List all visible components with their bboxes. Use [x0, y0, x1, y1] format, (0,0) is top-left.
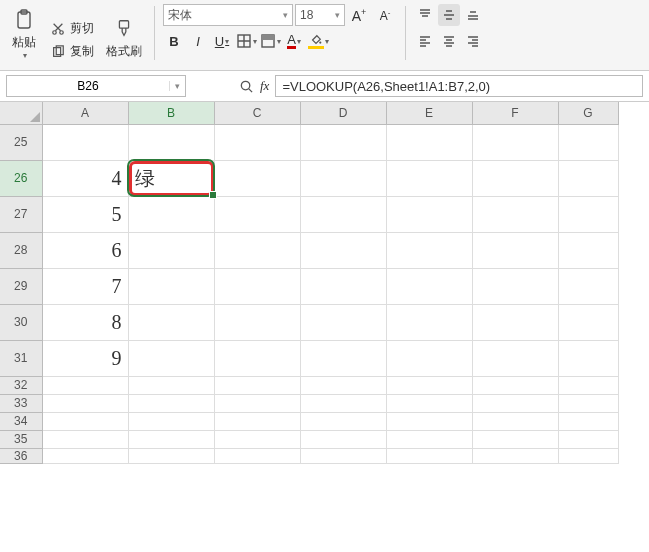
cell-C34[interactable] — [214, 412, 300, 430]
cell-D35[interactable] — [300, 430, 386, 448]
cell-E31[interactable] — [386, 340, 472, 376]
cell-A25[interactable] — [42, 124, 128, 160]
cell-G32[interactable] — [558, 376, 618, 394]
cell-B25[interactable] — [128, 124, 214, 160]
cell-G26[interactable] — [558, 160, 618, 196]
cell-C32[interactable] — [214, 376, 300, 394]
name-box[interactable]: ▾ — [6, 75, 186, 97]
row-header-30[interactable]: 30 — [0, 304, 42, 340]
cell-C26[interactable] — [214, 160, 300, 196]
cell-D30[interactable] — [300, 304, 386, 340]
cell-E36[interactable] — [386, 448, 472, 463]
align-middle-button[interactable] — [438, 4, 460, 26]
column-header-C[interactable]: C — [214, 102, 300, 124]
cell-B29[interactable] — [128, 268, 214, 304]
bold-button[interactable]: B — [163, 30, 185, 52]
cell-G36[interactable] — [558, 448, 618, 463]
fx-icon[interactable]: fx — [260, 78, 269, 94]
border-button[interactable]: ▾ — [235, 30, 257, 52]
cell-D33[interactable] — [300, 394, 386, 412]
select-all-corner[interactable] — [0, 102, 42, 124]
cell-G25[interactable] — [558, 124, 618, 160]
cell-A26[interactable]: 4 — [42, 160, 128, 196]
cell-E34[interactable] — [386, 412, 472, 430]
row-header-29[interactable]: 29 — [0, 268, 42, 304]
decrease-font-button[interactable]: A- — [373, 4, 397, 26]
cell-F33[interactable] — [472, 394, 558, 412]
cell-C33[interactable] — [214, 394, 300, 412]
cell-E26[interactable] — [386, 160, 472, 196]
cell-D34[interactable] — [300, 412, 386, 430]
cell-F27[interactable] — [472, 196, 558, 232]
cell-C31[interactable] — [214, 340, 300, 376]
cell-E32[interactable] — [386, 376, 472, 394]
cell-A35[interactable] — [42, 430, 128, 448]
cell-F32[interactable] — [472, 376, 558, 394]
cell-D36[interactable] — [300, 448, 386, 463]
align-center-button[interactable] — [438, 30, 460, 52]
cell-E29[interactable] — [386, 268, 472, 304]
cell-C35[interactable] — [214, 430, 300, 448]
cell-F36[interactable] — [472, 448, 558, 463]
cell-B36[interactable] — [128, 448, 214, 463]
cell-B30[interactable] — [128, 304, 214, 340]
cell-D25[interactable] — [300, 124, 386, 160]
cell-E35[interactable] — [386, 430, 472, 448]
cell-F30[interactable] — [472, 304, 558, 340]
cell-A33[interactable] — [42, 394, 128, 412]
cell-A29[interactable]: 7 — [42, 268, 128, 304]
cell-B27[interactable] — [128, 196, 214, 232]
cell-E28[interactable] — [386, 232, 472, 268]
cell-G34[interactable] — [558, 412, 618, 430]
cell-A31[interactable]: 9 — [42, 340, 128, 376]
align-bottom-button[interactable] — [462, 4, 484, 26]
cell-C36[interactable] — [214, 448, 300, 463]
row-header-27[interactable]: 27 — [0, 196, 42, 232]
cell-G27[interactable] — [558, 196, 618, 232]
search-icon[interactable] — [238, 78, 254, 94]
row-header-36[interactable]: 36 — [0, 448, 42, 463]
column-header-F[interactable]: F — [472, 102, 558, 124]
chevron-down-icon[interactable]: ▾ — [169, 81, 185, 91]
row-header-32[interactable]: 32 — [0, 376, 42, 394]
row-header-25[interactable]: 25 — [0, 124, 42, 160]
cell-A34[interactable] — [42, 412, 128, 430]
formula-input[interactable]: =VLOOKUP(A26,Sheet1!A1:B7,2,0) — [275, 75, 643, 97]
cell-D29[interactable] — [300, 268, 386, 304]
italic-button[interactable]: I — [187, 30, 209, 52]
paste-button[interactable]: 粘贴▾ — [6, 4, 42, 62]
cell-F26[interactable] — [472, 160, 558, 196]
cell-C27[interactable] — [214, 196, 300, 232]
cell-E27[interactable] — [386, 196, 472, 232]
cell-B32[interactable] — [128, 376, 214, 394]
cell-G33[interactable] — [558, 394, 618, 412]
cell-A28[interactable]: 6 — [42, 232, 128, 268]
cell-G29[interactable] — [558, 268, 618, 304]
row-header-31[interactable]: 31 — [0, 340, 42, 376]
increase-font-button[interactable]: A+ — [347, 4, 371, 26]
cell-G30[interactable] — [558, 304, 618, 340]
row-header-35[interactable]: 35 — [0, 430, 42, 448]
align-left-button[interactable] — [414, 30, 436, 52]
cell-E25[interactable] — [386, 124, 472, 160]
cell-F31[interactable] — [472, 340, 558, 376]
cell-F25[interactable] — [472, 124, 558, 160]
cell-E30[interactable] — [386, 304, 472, 340]
column-header-B[interactable]: B — [128, 102, 214, 124]
cell-D28[interactable] — [300, 232, 386, 268]
cell-style-button[interactable]: ▾ — [259, 30, 281, 52]
cell-F28[interactable] — [472, 232, 558, 268]
cell-F29[interactable] — [472, 268, 558, 304]
cell-C29[interactable] — [214, 268, 300, 304]
font-color-button[interactable]: A▾ — [283, 30, 305, 52]
cell-G35[interactable] — [558, 430, 618, 448]
cell-D26[interactable] — [300, 160, 386, 196]
format-painter-button[interactable]: 格式刷 — [102, 13, 146, 62]
cell-A36[interactable] — [42, 448, 128, 463]
font-name-combo[interactable]: 宋体 ▾ — [163, 4, 293, 26]
cell-E33[interactable] — [386, 394, 472, 412]
cell-B34[interactable] — [128, 412, 214, 430]
cell-B26[interactable]: 绿 — [128, 160, 214, 196]
font-size-combo[interactable]: 18 ▾ — [295, 4, 345, 26]
row-header-33[interactable]: 33 — [0, 394, 42, 412]
